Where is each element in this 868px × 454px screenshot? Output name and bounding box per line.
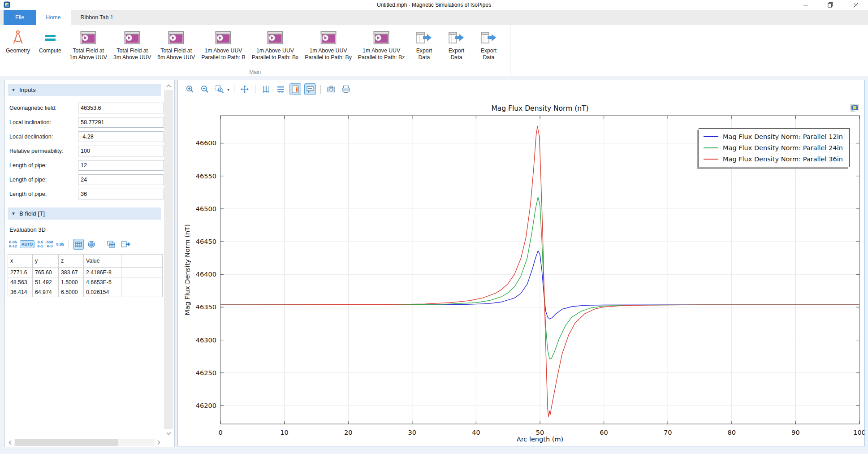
precision-example-decimal-button[interactable]: 0.85 — [56, 242, 65, 247]
tab-home[interactable]: Home — [36, 10, 70, 25]
field-label: Local inclination: — [9, 119, 51, 125]
field-label: Local declination: — [9, 134, 53, 140]
input-geomagnetic-field-0[interactable] — [78, 103, 164, 113]
ribbon-button-total-field-at-3m-above-uuv-3[interactable]: Total Field at 3m Above UUV — [110, 28, 154, 62]
y-tick-label: 46400 — [196, 271, 216, 278]
scrollbar-track[interactable] — [164, 90, 173, 429]
graphics-panel: ▾ 01020304050607080901004620046250463004… — [177, 80, 865, 446]
export-data-icon — [416, 29, 432, 47]
y-tick-label: 46350 — [196, 303, 216, 311]
export-table-icon[interactable] — [119, 239, 132, 250]
field-label: Relative permeability: — [9, 148, 63, 154]
field-label: Length of pipe: — [9, 162, 47, 169]
table-cell: 36.414 — [8, 287, 33, 297]
field-label: Length of pipe: — [9, 177, 47, 183]
chart-title: Mag Flux Density Norm (nT) — [491, 104, 588, 112]
table-row[interactable]: 48.56351.4921.50004.6653E-5 — [8, 277, 163, 287]
ribbon-buttons: GeometryComputeTotal Field at 1m Above U… — [2, 25, 505, 69]
plot-legend: Mag Flux Density Norm: Parallel 12inMag … — [699, 128, 850, 167]
form-row-length-of-pipe-4: Length of pipe: — [5, 160, 166, 172]
precision-example-exponent-button[interactable]: 8.5e-1 — [37, 239, 43, 249]
collapse-triangle-icon: ▼ — [11, 87, 16, 92]
notation-auto-button[interactable]: AUTO — [20, 240, 35, 248]
form-row-length-of-pipe-6: Length of pipe: — [5, 189, 166, 200]
table-cell: 765.60 — [33, 268, 59, 277]
ribbon-button-geometry-0[interactable]: Geometry — [2, 28, 34, 55]
table-cell: 6.5000 — [59, 287, 84, 297]
settings-vertical-scrollbar[interactable] — [163, 81, 174, 438]
plot-group-corner-icon[interactable] — [850, 104, 859, 112]
settings-horizontal-scrollbar[interactable] — [6, 438, 163, 447]
scroll-right-icon[interactable] — [155, 438, 163, 447]
field-label: Geomagnetic field: — [9, 105, 56, 111]
tab-ribbon-tab-1[interactable]: Ribbon Tab 1 — [71, 10, 123, 25]
x-tick-label: 40 — [472, 429, 480, 436]
close-button[interactable] — [843, 0, 868, 10]
ribbon: GeometryComputeTotal Field at 1m Above U… — [0, 25, 868, 77]
field-label: Length of pipe: — [9, 191, 47, 197]
ribbon-button-compute-1[interactable]: Compute — [34, 28, 66, 55]
content-area: ▼ Inputs Geomagnetic field:Local inclina… — [0, 76, 868, 454]
scroll-down-icon[interactable] — [163, 429, 174, 438]
scroll-left-icon[interactable] — [6, 438, 14, 447]
settings-panel: ▼ Inputs Geomagnetic field:Local inclina… — [4, 80, 175, 447]
precision-example-engineering-button[interactable]: 850e-3 — [46, 239, 53, 249]
input-length-of-pipe-4[interactable] — [78, 160, 164, 171]
minimize-button[interactable] — [793, 0, 818, 10]
input-local-inclination-1[interactable] — [78, 117, 164, 128]
legend-line-sample — [704, 159, 718, 160]
inputs-section-title: Inputs — [19, 86, 36, 93]
form-row-geomagnetic-field-0: Geomagnetic field: — [5, 103, 166, 114]
y-tick-label: 46300 — [196, 337, 216, 344]
input-length-of-pipe-6[interactable] — [78, 189, 164, 199]
plot-group-icon — [168, 29, 184, 47]
application-window: { "window": { "title": "Untitled.mph - M… — [0, 0, 868, 454]
ribbon-button-total-field-at-1m-above-uuv-2[interactable]: Total Field at 1m Above UUV — [66, 28, 110, 62]
ribbon-button-export-data-9[interactable]: Export Data — [408, 28, 440, 62]
tab-file[interactable]: File — [4, 10, 36, 25]
ribbon-group-label: Main — [0, 69, 510, 75]
legend-label: Mag Flux Density Norm: Parallel 12in — [723, 133, 843, 140]
x-tick-label: 80 — [728, 429, 736, 436]
copy-table-icon[interactable] — [105, 239, 117, 250]
ribbon-button-export-data-10[interactable]: Export Data — [440, 28, 472, 62]
x-tick-label: 10 — [280, 429, 288, 436]
ribbon-button-label: Total Field at 3m Above UUV — [113, 48, 151, 61]
table-row[interactable]: 2771.6765.60383.672.4186E-8 — [8, 268, 163, 277]
ribbon-button-1m-above-uuv-parallel-to-path-bx-6[interactable]: 1m Above UUV Parallel to Path: Bx — [249, 28, 302, 62]
column-header-z: z — [59, 255, 84, 268]
bfield-section-header[interactable]: ▼ B field [T] — [8, 208, 161, 220]
ribbon-button-1m-above-uuv-parallel-to-path-b-5[interactable]: 1m Above UUV Parallel to Path: B — [198, 28, 248, 62]
precision-example-scientific-button[interactable]: 8.85e-12 — [9, 239, 17, 249]
table-cell — [121, 287, 163, 297]
inputs-section-header[interactable]: ▼ Inputs — [8, 84, 161, 96]
toolbar-separator — [101, 240, 101, 249]
x-tick-label: 0 — [218, 429, 222, 436]
plot-group-icon — [373, 29, 389, 47]
ribbon-button-1m-above-uuv-parallel-to-path-bz-8[interactable]: 1m Above UUV Parallel to Path: Bz — [355, 28, 408, 62]
ribbon-button-export-data-11[interactable]: Export Data — [472, 28, 505, 62]
table-row[interactable]: 36.41464.9746.50000.026154 — [8, 287, 163, 297]
compute-icon — [43, 29, 57, 47]
y-axis-label: Mag Flux Density Norm (nT) — [184, 224, 191, 315]
table-view-icon[interactable] — [73, 239, 84, 250]
column-header-x: x — [8, 255, 33, 268]
ribbon-button-total-field-at-5m-above-uuv-4[interactable]: Total Field at 5m Above UUV — [154, 28, 198, 62]
input-length-of-pipe-5[interactable] — [78, 174, 164, 185]
y-tick-label: 46450 — [196, 238, 216, 245]
evaluation-3d-label: Evaluation 3D — [9, 226, 46, 233]
y-tick-label: 46550 — [196, 173, 216, 180]
ribbon-button-1m-above-uuv-parallel-to-path-by-7[interactable]: 1m Above UUV Parallel to Path: By — [302, 28, 355, 62]
input-relative-permeability-3[interactable] — [78, 146, 164, 156]
number-format-toolbar: 8.85e-12AUTO8.5e-1850e-30.85 — [9, 238, 132, 251]
input-local-declination-2[interactable] — [78, 131, 164, 142]
spherical-view-icon[interactable] — [86, 239, 97, 250]
scrollbar-thumb[interactable] — [15, 439, 118, 446]
title-bar: Untitled.mph - Magnetic Simulations of I… — [0, 0, 868, 10]
restore-button[interactable] — [818, 0, 843, 10]
ribbon-button-label: Export Data — [481, 48, 497, 61]
column-header-value: Value — [84, 255, 121, 268]
table-cell: 4.6653E-5 — [84, 277, 121, 287]
scroll-up-icon[interactable] — [163, 81, 174, 90]
ribbon-button-label: 1m Above UUV Parallel to Path: B — [201, 48, 245, 61]
